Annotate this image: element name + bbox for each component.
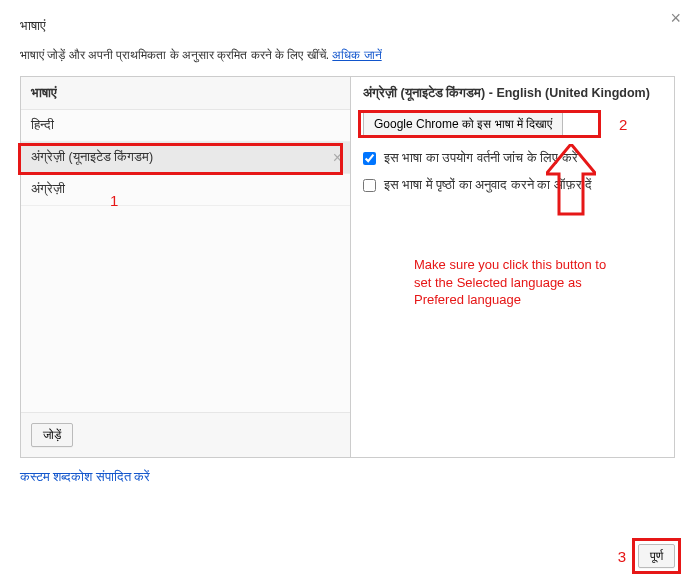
- custom-dictionary-row: कस्टम शब्दकोश संपादित करें: [20, 470, 675, 485]
- close-icon[interactable]: ×: [670, 8, 681, 29]
- language-list-header: भाषाएं: [21, 77, 350, 110]
- annotation-number-3: 3: [618, 548, 626, 565]
- language-list: हिन्दी अंग्रेज़ी (यूनाइटेड किंगडम) × अंग…: [21, 110, 350, 412]
- selected-language-title: अंग्रेज़ी (यूनाइटेड किंगडम) - English (U…: [363, 86, 662, 101]
- language-detail-panel: अंग्रेज़ी (यूनाइटेड किंगडम) - English (U…: [351, 77, 674, 457]
- language-item-label: अंग्रेज़ी: [31, 182, 65, 196]
- learn-more-link[interactable]: अधिक जानें: [332, 48, 381, 62]
- add-language-button[interactable]: जोड़ें: [31, 423, 73, 447]
- translate-label: इस भाषा में पृष्ठों का अनुवाद करने का ऑफ…: [384, 178, 592, 193]
- translate-row: इस भाषा में पृष्ठों का अनुवाद करने का ऑफ…: [363, 178, 662, 193]
- spellcheck-row: इस भाषा का उपयोग वर्तनी जांच के लिए करें: [363, 151, 662, 166]
- remove-language-icon[interactable]: ×: [333, 149, 342, 167]
- language-list-footer: जोड़ें: [21, 412, 350, 457]
- translate-checkbox[interactable]: [363, 179, 376, 192]
- done-button[interactable]: पूर्ण: [638, 544, 675, 568]
- language-item-hindi[interactable]: हिन्दी: [21, 110, 350, 142]
- dialog-subtitle: भाषाएं जोड़ें और अपनी प्राथमिकता के अनुस…: [20, 48, 675, 62]
- custom-dictionary-link[interactable]: कस्टम शब्दकोश संपादित करें: [20, 470, 150, 484]
- language-item-english[interactable]: अंग्रेज़ी: [21, 174, 350, 206]
- dialog-title: भाषाएं: [20, 18, 675, 34]
- spellcheck-checkbox[interactable]: [363, 152, 376, 165]
- language-item-label: हिन्दी: [31, 118, 54, 132]
- spellcheck-label: इस भाषा का उपयोग वर्तनी जांच के लिए करें: [384, 151, 578, 166]
- language-item-english-uk[interactable]: अंग्रेज़ी (यूनाइटेड किंगडम) ×: [21, 142, 350, 174]
- subtitle-text: भाषाएं जोड़ें और अपनी प्राथमिकता के अनुस…: [20, 48, 332, 62]
- language-list-panel: भाषाएं हिन्दी अंग्रेज़ी (यूनाइटेड किंगडम…: [21, 77, 351, 457]
- display-chrome-in-language-button[interactable]: Google Chrome को इस भाषा में दिखाएं: [363, 111, 563, 137]
- language-panels: भाषाएं हिन्दी अंग्रेज़ी (यूनाइटेड किंगडम…: [20, 76, 675, 458]
- language-item-label: अंग्रेज़ी (यूनाइटेड किंगडम): [31, 150, 153, 164]
